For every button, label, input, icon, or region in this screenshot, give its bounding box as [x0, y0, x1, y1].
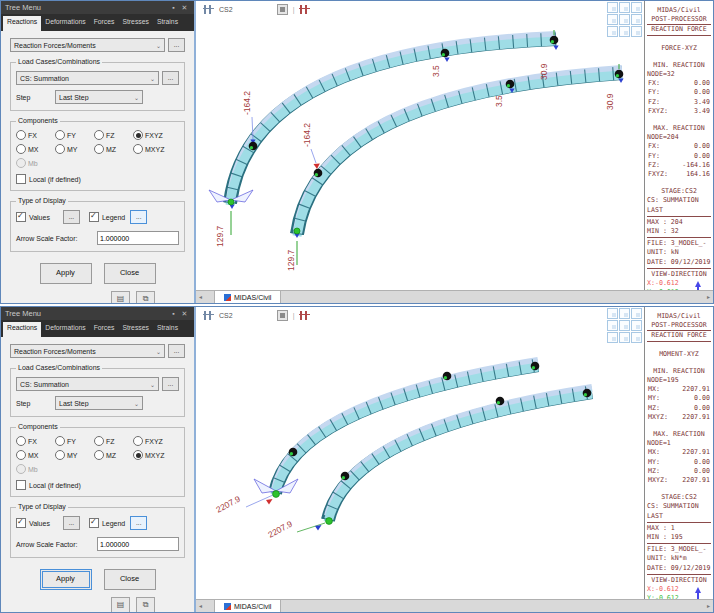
model-canvas-moment[interactable]: 2207.9 2207.9 — [196, 307, 644, 599]
stage-tab-label[interactable]: CS2 — [219, 312, 233, 319]
radio-fx[interactable]: FX — [16, 130, 55, 140]
radio-mxyz[interactable]: MXYZ — [133, 144, 179, 154]
step-dropdown[interactable]: Last Step ⌄ — [55, 90, 143, 104]
nav-cell[interactable] — [619, 26, 630, 37]
nav-cell[interactable] — [631, 332, 642, 343]
close-icon[interactable]: ✕ — [179, 4, 190, 12]
radio-my[interactable]: MY — [55, 450, 94, 460]
report-icon[interactable]: ▤ — [111, 597, 130, 613]
girder-arc-1 — [275, 361, 538, 495]
tab-forces[interactable]: Forces — [90, 16, 119, 31]
nav-cell[interactable] — [607, 308, 618, 319]
view-option-button[interactable] — [277, 310, 288, 321]
midas-civil-tab[interactable]: MIDAS/Civil — [214, 599, 281, 612]
new-window-icon[interactable]: ⧉ — [136, 597, 155, 613]
local-checkbox[interactable]: Local (if defined) — [16, 480, 179, 490]
value-label: 30.9 — [539, 63, 549, 80]
model-view-force[interactable]: CS2 | — [196, 1, 644, 290]
nav-cell[interactable] — [631, 26, 642, 37]
radio-mx[interactable]: MX — [16, 144, 55, 154]
legend-checkbox[interactable]: Legend — [89, 518, 125, 528]
nav-cell[interactable] — [631, 2, 642, 13]
radio-fxyz[interactable]: FXYZ — [133, 130, 179, 140]
nav-cell[interactable] — [607, 320, 618, 331]
close-icon[interactable]: ✕ — [179, 310, 190, 318]
tab-deformations[interactable]: Deformations — [41, 16, 89, 31]
pin-icon[interactable]: ▪ — [168, 310, 179, 317]
tab-scroll-left-icon[interactable]: ◂ — [196, 601, 205, 612]
nav-cell[interactable] — [619, 308, 630, 319]
tab-strains[interactable]: Strains — [153, 322, 182, 337]
nav-cell[interactable] — [631, 308, 642, 319]
radio-fxyz[interactable]: FXYZ — [133, 436, 179, 446]
nav-cell[interactable] — [631, 14, 642, 25]
stage-tab-label[interactable]: CS2 — [219, 6, 233, 13]
tab-deformations[interactable]: Deformations — [41, 322, 89, 337]
components-group: Components FX FY FZ FXYZ MX MY MZ MXYZ M… — [10, 427, 185, 497]
close-button[interactable]: Close — [104, 569, 156, 590]
values-checkbox[interactable]: Values — [16, 212, 50, 222]
nav-cell[interactable] — [607, 26, 618, 37]
model-view-moment[interactable]: CS2 | — [196, 307, 644, 599]
radio-mxyz[interactable]: MXYZ — [133, 450, 179, 460]
pin-icon[interactable]: ▪ — [168, 4, 179, 11]
result-type-dropdown[interactable]: Reaction Forces/Moments ⌄ — [10, 344, 165, 358]
local-checkbox[interactable]: Local (if defined) — [16, 174, 179, 184]
legend-more-button[interactable]: ... — [130, 210, 147, 224]
values-more-button[interactable]: ... — [63, 516, 80, 530]
tab-scroll-right-icon[interactable]: ▸ — [704, 601, 713, 612]
radio-fz[interactable]: FZ — [94, 436, 133, 446]
radio-fz[interactable]: FZ — [94, 130, 133, 140]
load-case-more-button[interactable]: ... — [162, 377, 179, 391]
radio-mx[interactable]: MX — [16, 450, 55, 460]
view-option-button[interactable] — [277, 4, 288, 15]
close-button[interactable]: Close — [104, 263, 156, 284]
tab-stresses[interactable]: Stresses — [118, 16, 152, 31]
step-dropdown[interactable]: Last Step ⌄ — [55, 396, 143, 410]
nav-cell[interactable] — [619, 320, 630, 331]
midas-civil-tab[interactable]: MIDAS/Civil — [214, 290, 281, 303]
nav-cell[interactable] — [619, 14, 630, 25]
radio-my[interactable]: MY — [55, 144, 94, 154]
values-checkbox[interactable]: Values — [16, 518, 50, 528]
tab-scroll-left-icon[interactable]: ◂ — [196, 292, 205, 303]
radio-mz[interactable]: MZ — [94, 144, 133, 154]
tab-forces[interactable]: Forces — [90, 322, 119, 337]
radio-fy[interactable]: FY — [55, 436, 94, 446]
result-type-more-button[interactable]: ... — [168, 344, 185, 358]
apply-button[interactable]: Apply — [40, 569, 92, 590]
report-icon[interactable]: ▤ — [111, 291, 130, 304]
apply-button[interactable]: Apply — [40, 263, 92, 284]
support-node — [294, 228, 300, 234]
load-case-more-button[interactable]: ... — [162, 71, 179, 85]
nav-cell[interactable] — [607, 14, 618, 25]
tree-menu-titlebar: Tree Menu ▪ ✕ — [1, 307, 194, 320]
tab-reactions[interactable]: Reactions — [3, 322, 41, 337]
load-case-dropdown[interactable]: CS: Summation ⌄ — [16, 377, 159, 391]
radio-fx[interactable]: FX — [16, 436, 55, 446]
result-type-dropdown[interactable]: Reaction Forces/Moments ⌄ — [10, 38, 165, 52]
radio-mz[interactable]: MZ — [94, 450, 133, 460]
new-window-icon[interactable]: ⧉ — [136, 291, 155, 304]
arrow-scale-input[interactable] — [97, 537, 179, 551]
values-more-button[interactable]: ... — [63, 210, 80, 224]
nav-cell[interactable] — [619, 2, 630, 13]
tab-reactions[interactable]: Reactions — [3, 16, 41, 31]
tab-scroll-right-icon[interactable]: ▸ — [704, 292, 713, 303]
result-type-more-button[interactable]: ... — [168, 38, 185, 52]
nav-cell[interactable] — [619, 332, 630, 343]
sidebar-content: Reaction Forces/Moments ⌄ ... Load Cases… — [1, 31, 194, 304]
tab-strains[interactable]: Strains — [153, 16, 182, 31]
legend-app: MIDAS/Civil — [647, 312, 711, 321]
legend-more-button[interactable]: ... — [130, 516, 147, 530]
radio-fy[interactable]: FY — [55, 130, 94, 140]
arrow-scale-input[interactable] — [97, 231, 179, 245]
legend-row: MX:2207.91 — [647, 385, 711, 394]
tab-stresses[interactable]: Stresses — [118, 322, 152, 337]
nav-cell[interactable] — [607, 2, 618, 13]
legend-checkbox[interactable]: Legend — [89, 212, 125, 222]
nav-cell[interactable] — [631, 320, 642, 331]
nav-cell[interactable] — [607, 332, 618, 343]
model-canvas-force[interactable]: -164.2 -164.2 129.7 129.7 3.5 3.5 30.9 3… — [196, 1, 644, 290]
load-case-dropdown[interactable]: CS: Summation ⌄ — [16, 71, 159, 85]
